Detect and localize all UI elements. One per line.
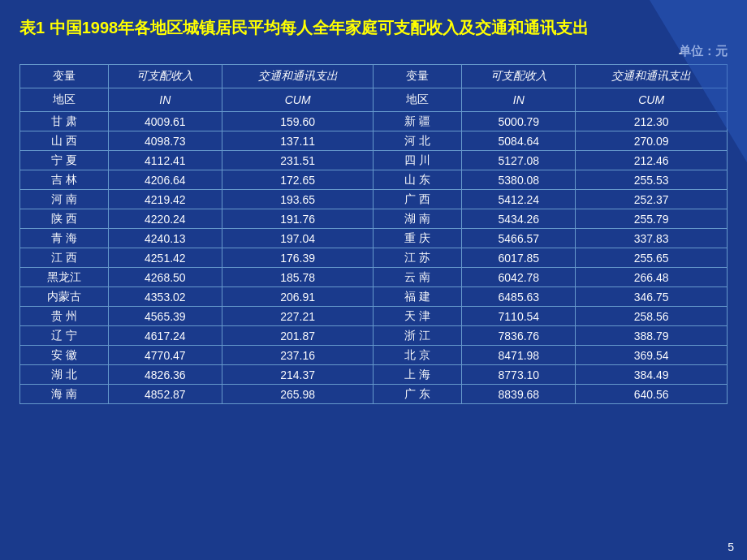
table-cell: 4565.39: [108, 307, 222, 326]
table-row: 江 西4251.42176.39江 苏6017.85255.65: [20, 248, 728, 268]
table-cell: 福 建: [374, 287, 462, 307]
table-cell: 黑龙江: [20, 268, 109, 287]
page-title: 表1 中国1998年各地区城镇居民平均每人全年家庭可支配收入及交通和通讯支出: [19, 16, 728, 39]
table-cell: 4219.42: [108, 190, 222, 209]
table-cell: 江 苏: [374, 248, 462, 268]
table-row: 甘 肃4009.61159.60新 疆5000.79212.30: [20, 112, 728, 131]
table-cell: 5466.57: [462, 229, 576, 248]
table-cell: 346.75: [576, 287, 728, 307]
table-row: 湖 北4826.36214.37上 海8773.10384.49: [20, 365, 728, 385]
table-cell: 湖 北: [20, 365, 109, 385]
table-cell: 湖 南: [374, 209, 462, 229]
table-cell: 640.56: [576, 385, 728, 404]
table-cell: 191.76: [222, 209, 374, 229]
subheader-in1: IN: [108, 88, 222, 112]
table-cell: 青 海: [20, 229, 109, 248]
col-header-transport1: 交通和通讯支出: [222, 65, 374, 88]
subheader-region2: 地区: [374, 88, 462, 112]
subheader-region1: 地区: [20, 88, 109, 112]
table-cell: 内蒙古: [20, 287, 109, 307]
table-cell: 159.60: [222, 112, 374, 131]
table-cell: 8471.98: [462, 346, 576, 365]
data-table: 变量 可支配收入 交通和通讯支出 变量 可支配收入 交通和通讯支出 地区 IN …: [19, 64, 728, 404]
table-cell: 安 徽: [20, 346, 109, 365]
table-row: 辽 宁4617.24201.87浙 江7836.76388.79: [20, 326, 728, 346]
table-cell: 212.30: [576, 112, 728, 131]
table-cell: 176.39: [222, 248, 374, 268]
col-header-income2: 可支配收入: [462, 65, 576, 88]
table-cell: 上 海: [374, 365, 462, 385]
table-cell: 193.65: [222, 190, 374, 209]
table-cell: 江 西: [20, 248, 109, 268]
header-row-1: 变量 可支配收入 交通和通讯支出 变量 可支配收入 交通和通讯支出: [20, 65, 728, 88]
table-cell: 4206.64: [108, 170, 222, 190]
page-number: 5: [728, 541, 734, 554]
table-cell: 185.78: [222, 268, 374, 287]
unit-label: 单位：元: [19, 44, 728, 59]
table-row: 山 西4098.73137.11河 北5084.64270.09: [20, 131, 728, 151]
table-cell: 266.48: [576, 268, 728, 287]
table-cell: 384.49: [576, 365, 728, 385]
table-cell: 海 南: [20, 385, 109, 404]
table-cell: 6485.63: [462, 287, 576, 307]
table-row: 内蒙古4353.02206.91福 建6485.63346.75: [20, 287, 728, 307]
table-cell: 山 东: [374, 170, 462, 190]
table-cell: 214.37: [222, 365, 374, 385]
table-cell: 新 疆: [374, 112, 462, 131]
table-cell: 4353.02: [108, 287, 222, 307]
table-cell: 4098.73: [108, 131, 222, 151]
table-cell: 甘 肃: [20, 112, 109, 131]
table-row: 黑龙江4268.50185.78云 南6042.78266.48: [20, 268, 728, 287]
table-cell: 7110.54: [462, 307, 576, 326]
table-cell: 广 西: [374, 190, 462, 209]
table-cell: 四 川: [374, 151, 462, 170]
table-cell: 5127.08: [462, 151, 576, 170]
table-row: 海 南4852.87265.98广 东8839.68640.56: [20, 385, 728, 404]
table-cell: 5380.08: [462, 170, 576, 190]
table-cell: 231.51: [222, 151, 374, 170]
table-cell: 陕 西: [20, 209, 109, 229]
col-header-variable2: 变量: [374, 65, 462, 88]
table-cell: 172.65: [222, 170, 374, 190]
table-cell: 4009.61: [108, 112, 222, 131]
table-cell: 206.91: [222, 287, 374, 307]
table-cell: 227.21: [222, 307, 374, 326]
table-cell: 388.79: [576, 326, 728, 346]
table-row: 青 海4240.13197.04重 庆5466.57337.83: [20, 229, 728, 248]
table-row: 安 徽4770.47237.16北 京8471.98369.54: [20, 346, 728, 365]
table-cell: 252.37: [576, 190, 728, 209]
table-cell: 云 南: [374, 268, 462, 287]
table-cell: 337.83: [576, 229, 728, 248]
table-row: 贵 州4565.39227.21天 津7110.54258.56: [20, 307, 728, 326]
table-cell: 天 津: [374, 307, 462, 326]
table-cell: 4251.42: [108, 248, 222, 268]
col-header-transport2: 交通和通讯支出: [576, 65, 728, 88]
subheader-in2: IN: [462, 88, 576, 112]
table-cell: 河 北: [374, 131, 462, 151]
table-cell: 4240.13: [108, 229, 222, 248]
table-cell: 212.46: [576, 151, 728, 170]
table-cell: 5084.64: [462, 131, 576, 151]
table-cell: 265.98: [222, 385, 374, 404]
table-row: 河 南4219.42193.65广 西5412.24252.37: [20, 190, 728, 209]
table-cell: 255.53: [576, 170, 728, 190]
table-row: 宁 夏4112.41231.51四 川5127.08212.46: [20, 151, 728, 170]
table-cell: 255.79: [576, 209, 728, 229]
table-cell: 5412.24: [462, 190, 576, 209]
table-cell: 5000.79: [462, 112, 576, 131]
table-cell: 广 东: [374, 385, 462, 404]
subheader-cum1: CUM: [222, 88, 374, 112]
table-cell: 贵 州: [20, 307, 109, 326]
table-cell: 4268.50: [108, 268, 222, 287]
header-row-2: 地区 IN CUM 地区 IN CUM: [20, 88, 728, 112]
table-row: 吉 林4206.64172.65山 东5380.08255.53: [20, 170, 728, 190]
table-cell: 浙 江: [374, 326, 462, 346]
table-cell: 369.54: [576, 346, 728, 365]
table-cell: 8839.68: [462, 385, 576, 404]
table-cell: 河 南: [20, 190, 109, 209]
table-cell: 197.04: [222, 229, 374, 248]
table-cell: 5434.26: [462, 209, 576, 229]
table-cell: 270.09: [576, 131, 728, 151]
table-cell: 4617.24: [108, 326, 222, 346]
table-cell: 258.56: [576, 307, 728, 326]
